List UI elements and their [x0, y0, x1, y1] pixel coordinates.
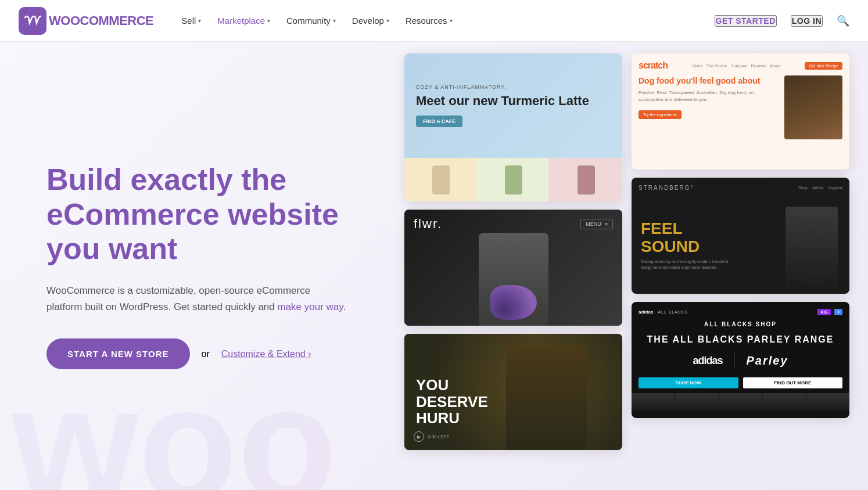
turmeric-top: COZY & ANTI-INFLAMMATORY: Meet our new T…: [404, 53, 622, 158]
parley-big-logo: Parley: [746, 354, 788, 368]
develop-chevron-icon: ▾: [386, 17, 389, 24]
scratch-logo: scratch: [639, 60, 668, 71]
nav-develop[interactable]: Develop ▾: [345, 11, 396, 30]
coffee-bag-2: [505, 165, 522, 194]
huru-line1: YOU: [416, 377, 488, 394]
strip-item-2: [675, 393, 718, 410]
flwr-menu: MENU ≡: [580, 219, 613, 229]
scratch-header: scratch HomeThe RecipeCompareReviewsAbou…: [639, 60, 842, 71]
scratch-headline: Dog food you'll feel good about: [639, 75, 779, 86]
allblacks-brand-logos: adidas Parley: [639, 352, 842, 369]
scratch-content: Dog food you'll feel good about Fresher.…: [639, 75, 842, 139]
make-your-way-link[interactable]: make your way: [277, 301, 343, 312]
turmeric-find-btn: FIND A CAFÉ: [416, 116, 462, 127]
allblacks-logos: adidas ALL BLACKS: [639, 309, 688, 315]
marketplace-chevron-icon: ▾: [267, 17, 270, 24]
scratch-btn: Try the ingredients: [639, 110, 682, 119]
logo-text: WOOCOMMERCE: [49, 13, 153, 28]
turmeric-label: COZY & ANTI-INFLAMMATORY:: [416, 84, 611, 90]
nav-marketplace[interactable]: Marketplace ▾: [210, 11, 277, 30]
ab-buttons: SHOP NOW FIND OUT MORE: [639, 377, 842, 388]
ab-find-out-btn[interactable]: FIND OUT MORE: [743, 377, 843, 388]
navbar: WOOCOMMERCE Sell ▾ Marketplace ▾ Communi…: [0, 0, 868, 42]
coffee-bag-3: [578, 165, 595, 194]
huru-person: [506, 345, 587, 450]
nav-resources[interactable]: Resources ▾: [399, 11, 460, 30]
community-chevron-icon: ▾: [333, 17, 336, 24]
strandberg-header: strandberg° ShopArtistsSupport: [639, 185, 842, 191]
scratch-cta: Get their Recipe: [805, 62, 842, 70]
logo-icon: [19, 7, 46, 35]
strip-item-5: [807, 393, 849, 410]
huru-screenshot: YOU DESERVE HURU ▶ 0:00 LEFT: [404, 334, 622, 450]
ab-badge: AIG: [817, 309, 830, 315]
strandberg-nav: ShopArtistsSupport: [798, 186, 842, 190]
flwr-person: [479, 233, 548, 326]
huru-timer: 0:00 LEFT: [428, 434, 449, 439]
hero-watermark: woo: [12, 362, 337, 490]
strip-item-4: [763, 393, 805, 410]
product-item-3: [550, 158, 622, 201]
screenshots-col-right: scratch HomeThe RecipeCompareReviewsAbou…: [632, 53, 849, 418]
strandberg-text: FEEL SOUND Distinguished by its thorough…: [641, 220, 734, 271]
strandberg-screenshot: strandberg° ShopArtistsSupport FEEL SOUN…: [632, 178, 849, 294]
ab-badge-2: ≡: [834, 309, 842, 315]
hero-left: woo Build exactly the eCommerce website …: [0, 42, 395, 490]
product-item-2: [477, 158, 550, 201]
hero-description: WooCommerce is a customizable, open-sour…: [46, 283, 349, 315]
turmeric-products: [404, 158, 622, 201]
ab-divider: [734, 352, 734, 369]
get-started-button[interactable]: GET STARTED: [715, 15, 777, 27]
dog-silhouette: [784, 75, 842, 139]
screenshots-col-left: COZY & ANTI-INFLAMMATORY: Meet our new T…: [404, 53, 622, 450]
play-icon: ▶: [414, 431, 424, 442]
resources-chevron-icon: ▾: [450, 17, 453, 24]
product-item-1: [404, 158, 477, 201]
allblacks-header: adidas ALL BLACKS AIG ≡: [639, 309, 842, 315]
scratch-sub: Fresher. Real. Transparent. Australian. …: [639, 89, 779, 103]
login-button[interactable]: LOG IN: [791, 15, 823, 27]
huru-line3: HURU: [416, 410, 488, 427]
nav-community[interactable]: Community ▾: [279, 11, 343, 30]
strip-item-1: [632, 393, 674, 410]
scratch-dog-image: [784, 75, 842, 139]
coffee-bag-1: [432, 165, 450, 194]
ab-bottom-strip: [632, 393, 849, 410]
search-icon[interactable]: 🔍: [837, 15, 849, 27]
allblacks-text-logo: ALL BLACKS: [658, 310, 688, 314]
strandberg-logo: strandberg°: [639, 185, 694, 191]
strip-item-3: [719, 393, 762, 410]
logo[interactable]: WOOCOMMERCE: [19, 7, 153, 35]
huru-text: YOU DESERVE HURU: [416, 377, 488, 427]
strandberg-sub: Distinguished by its thoroughly modern i…: [641, 259, 734, 271]
turmeric-screenshot: COZY & ANTI-INFLAMMATORY: Meet our new T…: [404, 53, 622, 201]
adidas-big-logo: adidas: [693, 355, 722, 367]
strandberg-person: [785, 207, 838, 294]
scratch-text-area: Dog food you'll feel good about Fresher.…: [639, 75, 779, 139]
flwr-flowers: [490, 285, 537, 320]
allblacks-nav-icons: AIG ≡: [817, 309, 842, 315]
flower-bunch: [490, 285, 537, 320]
hero-title: Build exactly the eCommerce website you …: [46, 163, 349, 266]
allblacks-parley-heading: THE ALL BLACKS PARLEY RANGE: [639, 334, 842, 345]
sell-chevron-icon: ▾: [198, 17, 201, 24]
feel-text: FEEL: [641, 220, 734, 238]
nav-sell[interactable]: Sell ▾: [174, 11, 208, 30]
sound-text: SOUND: [641, 238, 734, 256]
ab-store-title: ALL BLACKS SHOP: [639, 321, 842, 327]
scratch-screenshot: scratch HomeThe RecipeCompareReviewsAbou…: [632, 53, 849, 170]
allblacks-screenshot: adidas ALL BLACKS AIG ≡ ALL BLACKS SHOP …: [632, 302, 849, 418]
adidas-logo-small: adidas: [639, 309, 653, 315]
nav-items: Sell ▾ Marketplace ▾ Community ▾ Develop…: [174, 11, 714, 30]
huru-line2: DESERVE: [416, 394, 488, 410]
nav-right: GET STARTED LOG IN 🔍: [715, 15, 849, 27]
flwr-logo: flwr.: [414, 217, 442, 232]
ab-shop-now-btn[interactable]: SHOP NOW: [639, 377, 738, 388]
hero-section: woo Build exactly the eCommerce website …: [0, 42, 868, 490]
flwr-header: flwr. MENU ≡: [414, 217, 613, 232]
hero-right: COZY & ANTI-INFLAMMATORY: Meet our new T…: [395, 42, 868, 490]
scratch-nav: HomeThe RecipeCompareReviewsAbout: [692, 64, 780, 68]
flwr-screenshot: flwr. MENU ≡: [404, 210, 622, 326]
turmeric-title: Meet our new Turmeric Latte: [416, 93, 611, 109]
huru-play: ▶ 0:00 LEFT: [414, 431, 449, 442]
